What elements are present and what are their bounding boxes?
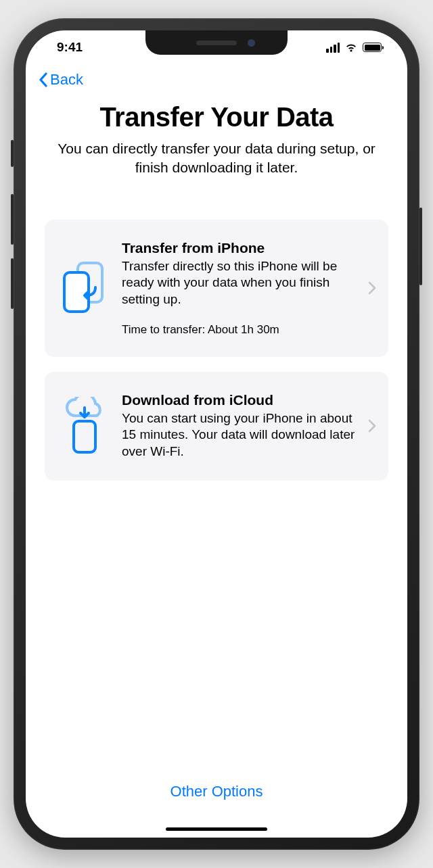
option-description: Transfer directly so this iPhone will be… — [122, 258, 356, 308]
back-button[interactable]: Back — [38, 71, 83, 89]
svg-rect-1 — [64, 272, 89, 312]
status-time: 9:41 — [46, 40, 83, 55]
volume-down-button — [11, 258, 14, 309]
notch — [145, 30, 288, 55]
cloud-download-icon — [60, 397, 110, 455]
speaker — [196, 41, 237, 45]
content: Transfer Your Data You can directly tran… — [26, 95, 407, 838]
option-description: You can start using your iPhone in about… — [122, 410, 356, 460]
option-meta: Time to transfer: About 1h 30m — [122, 323, 356, 337]
side-button — [419, 208, 422, 285]
cellular-signal-icon — [326, 43, 340, 53]
options-list: Transfer from iPhone Transfer directly s… — [45, 220, 388, 481]
page-subtitle: You can directly transfer your data duri… — [45, 139, 388, 178]
wifi-icon — [344, 43, 358, 53]
option-download-from-icloud[interactable]: Download from iCloud You can start using… — [45, 372, 388, 481]
other-options-link[interactable]: Other Options — [45, 763, 388, 838]
volume-up-button — [11, 194, 14, 245]
back-label: Back — [50, 71, 83, 89]
option-title: Transfer from iPhone — [122, 240, 356, 256]
svg-rect-2 — [74, 421, 95, 452]
option-title: Download from iCloud — [122, 392, 356, 408]
home-indicator[interactable] — [166, 827, 267, 831]
screen: 9:41 Back Transfer Your Data You c — [26, 30, 407, 838]
nav-bar: Back — [26, 64, 407, 95]
chevron-right-icon — [368, 281, 376, 295]
front-camera — [248, 39, 255, 47]
transfer-phones-icon — [60, 262, 110, 314]
page-title: Transfer Your Data — [45, 102, 388, 132]
chevron-right-icon — [368, 419, 376, 433]
mute-switch — [11, 140, 14, 167]
battery-icon — [363, 43, 382, 52]
phone-frame: 9:41 Back Transfer Your Data You c — [14, 18, 419, 850]
option-transfer-from-iphone[interactable]: Transfer from iPhone Transfer directly s… — [45, 220, 388, 357]
chevron-left-icon — [38, 72, 48, 87]
